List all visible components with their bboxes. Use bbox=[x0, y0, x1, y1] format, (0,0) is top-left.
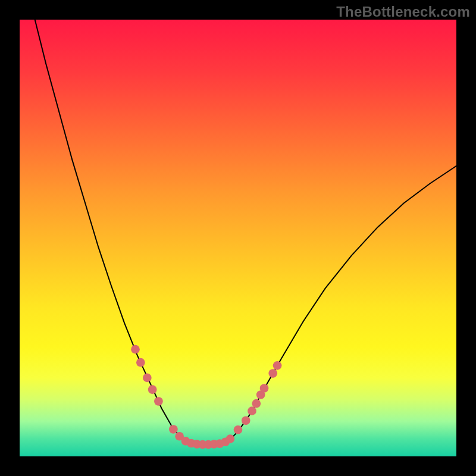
scatter-dot bbox=[252, 399, 261, 408]
plot-area bbox=[20, 20, 456, 456]
scatter-dot bbox=[131, 345, 140, 354]
scatter-dot bbox=[242, 416, 250, 425]
chart-stage: TheBottleneck.com bbox=[0, 0, 476, 476]
scatter-dot bbox=[154, 397, 163, 406]
scatter-dot bbox=[136, 358, 145, 367]
scatter-dot bbox=[234, 425, 243, 434]
scatter-dot bbox=[148, 385, 157, 394]
scatter-dot bbox=[268, 369, 277, 378]
scatter-dot bbox=[273, 361, 282, 370]
band-dot bbox=[226, 434, 234, 443]
scatter-dot bbox=[248, 406, 256, 415]
watermark-text: TheBottleneck.com bbox=[336, 4, 470, 20]
scatter-dot bbox=[143, 374, 152, 383]
series-curve-left bbox=[35, 20, 195, 444]
chart-svg bbox=[20, 20, 456, 456]
band-dot bbox=[169, 425, 178, 434]
scatter-dot bbox=[260, 384, 269, 393]
